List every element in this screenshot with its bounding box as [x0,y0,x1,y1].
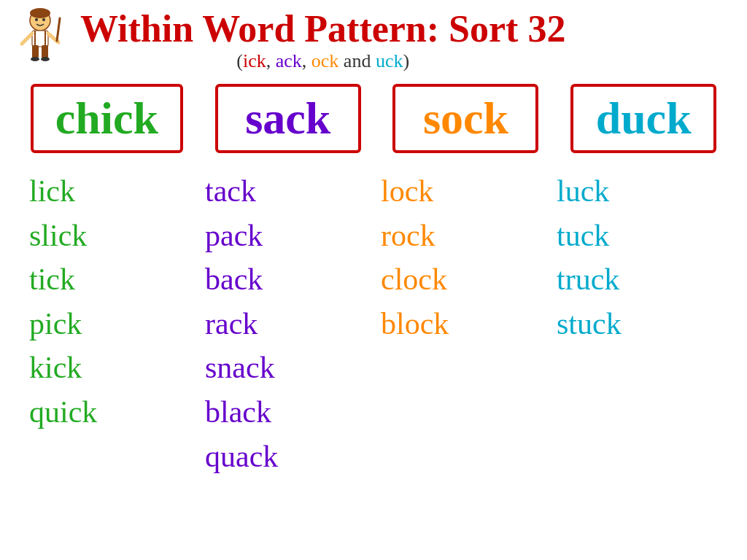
list-item: tick [29,260,190,300]
header-word-sack: sack [215,84,361,153]
character-illustration [7,7,73,73]
list-item: slick [29,216,190,256]
header-word-chick: chick [31,84,183,153]
list-item: lick [29,171,190,211]
ack-column: tack pack back rack snack black quack [198,171,374,476]
list-item: black [205,392,366,432]
title-block: Within Word Pattern: Sort 32 (ick, ack, … [80,8,565,71]
svg-point-2 [35,18,38,21]
svg-line-11 [22,34,32,44]
header-word-duck: duck [570,84,716,153]
list-item: tack [205,171,366,211]
ick-column: lick slick tick pick kick quick [22,171,198,476]
subtitle: (ick, ack, ock and uck) [236,50,409,72]
subtitle-uck: uck [376,50,403,71]
subtitle-open: ( [236,50,243,71]
list-item: lock [381,171,542,211]
svg-rect-8 [42,45,48,58]
list-item: quick [29,392,190,432]
header-words-row: chick sack sock duck [0,73,747,164]
svg-line-13 [57,18,60,41]
ock-column: lock rock clock block [374,171,549,476]
subtitle-ock: ock [311,50,339,71]
list-item: kick [29,348,190,388]
list-item: pack [205,216,366,256]
list-item: block [381,304,542,344]
list-item: snack [205,348,366,388]
list-item: quack [205,437,366,477]
list-item: rack [205,304,366,344]
svg-point-10 [41,57,50,61]
list-item: back [205,260,366,300]
list-item: clock [381,260,542,300]
svg-rect-7 [32,45,39,58]
svg-point-9 [31,57,39,61]
svg-point-1 [30,8,50,18]
list-item: truck [557,260,718,300]
main-title: Within Word Pattern: Sort 32 [80,8,565,50]
page-header: Within Word Pattern: Sort 32 (ick, ack, … [0,0,747,73]
list-item: tuck [557,216,718,256]
subtitle-comma1: , [266,50,276,71]
subtitle-close: ) [403,50,409,71]
header-word-sock: sock [392,84,538,153]
list-item: stuck [557,304,718,344]
list-item: rock [381,216,542,256]
subtitle-ick: ick [243,50,266,71]
word-columns: lick slick tick pick kick quick tack pac… [0,164,747,483]
list-item: pick [29,304,190,344]
subtitle-ack: ack [276,50,302,71]
subtitle-and: and [338,50,376,71]
subtitle-comma2: , [302,50,311,71]
list-item: luck [557,171,718,211]
uck-column: luck tuck truck stuck [549,171,725,476]
svg-point-3 [42,18,45,21]
